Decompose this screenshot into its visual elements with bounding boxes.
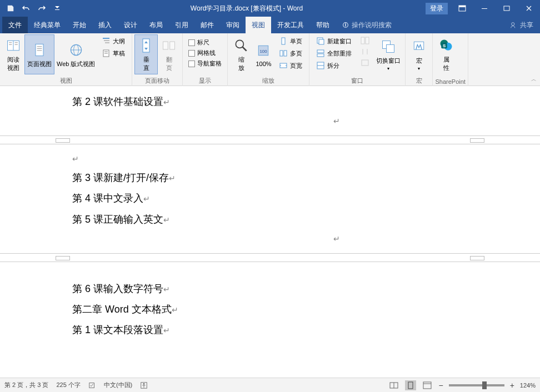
print-layout-button[interactable]: 页面视图 [24, 34, 54, 74]
new-window-button[interactable]: 新建窗口 [314, 36, 354, 47]
zoom-100-button[interactable]: 100 100% [252, 34, 274, 74]
tab-insert[interactable]: 插入 [92, 17, 118, 33]
svg-point-7 [512, 23, 514, 26]
ruler-checkbox[interactable]: 标尺 [187, 38, 223, 47]
view-side-button [358, 36, 372, 46]
vertical-button[interactable]: 垂 直 [134, 34, 158, 74]
tab-home[interactable]: 开始 [67, 17, 92, 33]
zoom-icon [232, 37, 250, 54]
doc-line[interactable]: 第 3 课新建/打开/保存↵ [72, 168, 468, 188]
doc-line[interactable]: 第 5 课正确输入英文↵ [72, 209, 468, 230]
login-button[interactable]: 登录 [426, 3, 448, 14]
svg-rect-35 [280, 51, 283, 56]
svg-text:S: S [443, 43, 446, 48]
page-break [0, 135, 540, 144]
svg-rect-34 [282, 38, 285, 44]
ribbon-options-button[interactable] [451, 0, 473, 17]
redo-button[interactable] [34, 1, 49, 16]
svg-rect-28 [163, 42, 168, 49]
svg-rect-40 [317, 50, 324, 53]
group-macros: 宏▾ 宏 [406, 33, 433, 86]
svg-rect-46 [362, 60, 368, 66]
minimize-button[interactable] [473, 0, 496, 17]
tab-mail[interactable]: 邮件 [194, 17, 220, 33]
zoom-slider[interactable] [449, 384, 504, 386]
gridlines-checkbox[interactable]: 网格线 [187, 48, 223, 58]
read-mode-icon [4, 37, 22, 54]
group-sp-label: SharePoint [435, 77, 465, 86]
tab-view[interactable]: 视图 [246, 17, 271, 33]
svg-point-30 [236, 40, 244, 48]
group-sharepoint: S 属 性 SharePoint [433, 33, 468, 86]
sharepoint-icon: S [437, 37, 455, 54]
quick-access-toolbar [0, 1, 68, 16]
group-show: 标尺 网格线 导航窗格 显示 [183, 33, 228, 86]
macros-button[interactable]: 宏▾ [408, 34, 430, 74]
web-layout-status-button[interactable] [422, 380, 433, 390]
group-pagemove-label: 页面移动 [134, 76, 180, 86]
svg-rect-44 [361, 37, 364, 44]
accessibility-icon[interactable] [140, 381, 148, 389]
tab-review[interactable]: 审阅 [220, 17, 246, 33]
doc-line[interactable]: 第 6 课输入数字符号↵ [72, 279, 468, 299]
ribbon: 阅读 视图 页面视图 Web 版式视图 大纲 草稿 视图 垂 直 [0, 33, 540, 86]
outline-button[interactable]: 大纲 [99, 36, 127, 47]
document-area[interactable]: 第 2 课软件基础设置↵ ↵ ↵ 第 3 课新建/打开/保存↵ 第 4 课中文录… [0, 86, 540, 378]
one-page-button[interactable]: 单页 [277, 36, 304, 47]
word-count[interactable]: 225 个字 [56, 381, 80, 389]
tab-classic[interactable]: 经典菜单 [28, 17, 67, 33]
zoom-in-button[interactable]: + [510, 381, 514, 390]
svg-rect-14 [36, 44, 43, 56]
read-mode-button[interactable]: 阅读 视图 [2, 34, 24, 74]
read-mode-status-button[interactable] [388, 380, 399, 390]
arrange-all-button[interactable]: 全部重排 [314, 48, 354, 59]
tab-design[interactable]: 设计 [118, 17, 143, 33]
svg-rect-39 [319, 39, 324, 44]
tab-developer[interactable]: 开发工具 [271, 17, 310, 33]
page-indicator[interactable]: 第 2 页，共 3 页 [4, 381, 48, 389]
svg-point-6 [345, 23, 346, 24]
doc-line[interactable]: 第 2 课软件基础设置↵ [72, 92, 468, 112]
group-zoom: 缩 放 100 100% 单页 多页 页宽 缩放 [228, 33, 309, 86]
zoom-level[interactable]: 124% [520, 382, 536, 389]
zoom-button[interactable]: 缩 放 [230, 34, 252, 74]
svg-rect-60 [423, 382, 431, 389]
save-button[interactable] [3, 1, 18, 16]
doc-line[interactable]: 第二章 Word 文本格式↵ [72, 299, 468, 320]
zoom-100-icon: 100 [254, 42, 272, 59]
svg-rect-59 [408, 382, 413, 389]
web-layout-button[interactable]: Web 版式视图 [54, 34, 97, 74]
draft-button[interactable]: 草稿 [99, 48, 127, 59]
tab-references[interactable]: 引用 [169, 17, 194, 33]
close-button[interactable] [518, 0, 540, 17]
share-button[interactable]: 共享 [510, 21, 533, 30]
maximize-button[interactable] [496, 0, 518, 17]
svg-text:100: 100 [260, 49, 268, 54]
tab-help[interactable]: 帮助 [310, 17, 336, 33]
spellcheck-icon[interactable] [88, 381, 96, 389]
navpane-checkbox[interactable]: 导航窗格 [187, 59, 223, 68]
tab-layout[interactable]: 布局 [143, 17, 169, 33]
doc-line[interactable]: 第 4 课中文录入↵ [72, 188, 468, 209]
group-show-label: 显示 [185, 76, 225, 86]
svg-rect-3 [504, 6, 509, 11]
qat-customize[interactable] [50, 1, 64, 16]
multi-page-button[interactable]: 多页 [277, 48, 304, 59]
reset-pos-button [358, 58, 372, 68]
print-layout-status-button[interactable] [405, 380, 416, 390]
zoom-out-button[interactable]: − [438, 381, 443, 390]
svg-rect-1 [459, 6, 466, 7]
switch-windows-icon [379, 38, 397, 56]
collapse-ribbon-button[interactable]: ︿ [531, 76, 537, 83]
language-indicator[interactable]: 中文(中国) [104, 381, 132, 389]
tab-file[interactable]: 文件 [2, 17, 28, 33]
tell-me-search[interactable]: 操作说明搜索 [336, 17, 398, 33]
page-width-button[interactable]: 页宽 [277, 60, 304, 71]
side-to-side-button[interactable]: 翻 页 [158, 34, 180, 74]
undo-button[interactable] [19, 1, 33, 16]
doc-line[interactable]: 第 1 课文本段落设置↵ [72, 320, 468, 340]
split-button[interactable]: 拆分 [314, 60, 354, 71]
tell-me-label: 操作说明搜索 [352, 21, 392, 30]
properties-button[interactable]: S 属 性 [435, 34, 457, 74]
switch-windows-button[interactable]: 切换窗口▾ [374, 34, 403, 74]
